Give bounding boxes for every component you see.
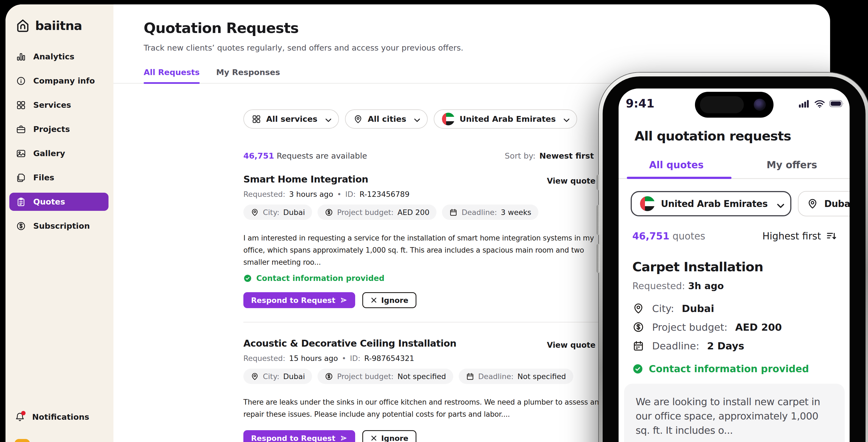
phone-tab-bar: All quotes My offers [619,159,849,179]
sidebar-item-analytics[interactable]: Analytics [9,45,108,69]
dollar-circle-icon [325,372,333,381]
city-value: Dubai [283,372,305,381]
location-pin-icon [353,114,363,124]
sort-value: Newest first [539,151,594,160]
sidebar-item-projects[interactable]: Projects [9,117,108,141]
tab-all-requests[interactable]: All Requests [144,68,200,83]
sidebar-item-label: Services [33,100,71,110]
sort-dropdown[interactable]: Sort by: Newest first [505,151,606,160]
phone-country-dropdown[interactable]: United Arab Emirates [631,191,792,216]
contact-info-status: Contact information provided [243,274,606,283]
tab-all-quotes[interactable]: All quotes [619,159,734,178]
request-meta: Requested: 3 hours ago • ID: R-123456789 [243,190,606,199]
sidebar-item-files[interactable]: Files [9,166,108,190]
requested-label: Requested: [243,354,285,362]
deadline-tag: Deadline: 3 weeks [442,205,538,220]
request-tags: City: Dubai Project budget: Not specifie… [243,369,606,384]
request-title: Acoustic & Decorative Ceiling Installati… [243,338,457,349]
city-label: City: [652,303,674,314]
city-label: City: [263,372,279,381]
chevron-down-icon [323,115,331,123]
sidebar-item-gallery[interactable]: Gallery [9,141,108,166]
phone-results-label: quotes [673,231,705,242]
phone-deadline-row: Deadline: 2 Days [631,340,838,352]
ignore-label: Ignore [381,296,408,304]
results-label: Requests are available [277,151,367,160]
status-time: 9:41 [626,97,654,110]
sidebar-item-quotes[interactable]: Quotes [9,193,108,211]
dollar-circle-icon [325,208,333,216]
respond-to-request-button[interactable]: Respond to Request [243,430,355,442]
sidebar-item-company-info[interactable]: Company info [9,69,108,93]
city-tag: City: Dubai [243,205,312,220]
results-count-line: 46,751 Requests are available [243,151,367,160]
sidebar-item-label: Projects [33,124,70,134]
request-card: Smart Home Integration View quote Reques… [243,174,606,322]
sidebar-item-label: Company info [33,76,95,86]
page-header: Quotation Requests Track new clients’ qu… [114,4,830,53]
dollar-circle-icon [16,221,26,231]
avatar[interactable] [14,439,30,442]
view-quote-link[interactable]: View quote [547,341,606,350]
uae-flag-icon [442,113,455,125]
notifications-label: Notifications [32,412,89,422]
sidebar-item-notifications[interactable]: Notifications [15,412,89,422]
tab-my-offers[interactable]: My offers [734,159,850,178]
ignore-button[interactable]: Ignore [362,292,416,308]
phone-results-bar: 46,751 quotes Highest first [631,230,838,242]
deadline-label: Deadline: [652,340,699,352]
sidebar-item-label: Quotes [33,197,65,206]
files-icon [16,173,26,183]
phone-filter-row: United Arab Emirates Dubai [631,191,849,216]
country-dropdown[interactable]: United Arab Emirates [434,109,577,129]
all-cities-dropdown[interactable]: All cities [345,109,428,129]
signal-icon [799,99,810,108]
request-description: I am interested in requesting a service … [243,232,606,268]
calendar-icon [466,372,474,381]
grid-icon [16,100,26,110]
all-services-value: All services [266,114,317,124]
location-pin-icon [250,372,259,381]
phone-mockup: 9:41 All quotation request [599,72,868,442]
phone-budget-row: Project budget: AED 200 [631,321,838,333]
phone-request-title: Carpet Installation [631,259,838,274]
all-cities-value: All cities [368,114,406,124]
tab-my-responses[interactable]: My Responses [216,68,280,83]
sort-by-label: Sort by: [505,151,536,160]
respond-to-request-button[interactable]: Respond to Request [243,292,355,308]
clipboard-icon [16,197,26,207]
sidebar-item-services[interactable]: Services [9,93,108,117]
phone-action-button [597,175,600,190]
briefcase-icon [16,124,26,135]
sidebar-item-label: Analytics [33,52,74,61]
phone-contact-status: Contact information provided [631,363,838,374]
dot-separator: • [342,354,346,362]
all-services-dropdown[interactable]: All services [243,109,339,129]
sidebar-item-subscription[interactable]: Subscription [9,214,108,238]
phone-city-dropdown[interactable]: Dubai [798,191,849,216]
brand-name: baiitna [35,19,82,33]
requested-value: 3h ago [688,281,724,291]
location-pin-icon [250,208,259,216]
phone-sort-dropdown[interactable]: Highest first [763,230,838,242]
contact-info-label: Contact information provided [256,274,384,283]
ignore-button[interactable]: Ignore [362,430,416,442]
sidebar-nav: Analytics Company info Services [5,45,114,238]
city-tag: City: Dubai [243,369,312,384]
phone-country-value: United Arab Emirates [661,199,768,209]
city-value: Dubai [682,303,714,314]
respond-label: Respond to Request [251,434,335,442]
x-icon [370,435,377,442]
phone-city-row: City: Dubai [631,302,838,315]
sidebar-item-label: Subscription [33,221,90,231]
phone-volume-down-button [597,244,600,273]
budget-tag: Project budget: AED 200 [317,205,436,220]
id-label: ID: [350,354,361,362]
contact-info-label: Contact information provided [649,363,809,374]
budget-value: Not specified [398,372,446,381]
ignore-label: Ignore [381,434,408,442]
phone-content: All quotation requests All quotes My off… [619,128,849,442]
wifi-icon [814,99,826,108]
uae-flag-icon [640,196,655,211]
brand-logo[interactable]: baiitna [5,4,114,33]
